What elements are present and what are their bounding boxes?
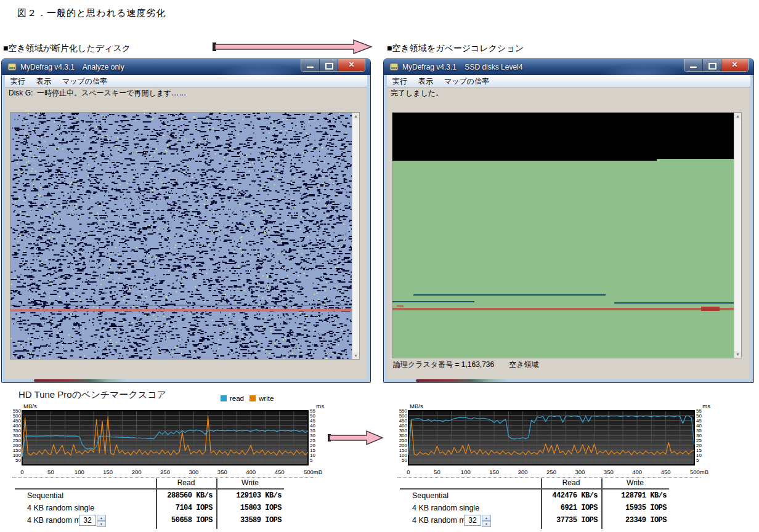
write-value: 128791 KB/s — [603, 491, 667, 500]
svg-text:MB/s: MB/s — [410, 403, 423, 409]
transition-arrow-middle — [327, 429, 385, 447]
queue-depth-spinner: ▲ ▼ — [464, 515, 491, 526]
row-label-sequential: Sequential — [412, 491, 523, 500]
close-icon: ✕ — [338, 60, 365, 69]
maximize-button[interactable] — [703, 59, 721, 71]
menu-item-map-zoom[interactable]: マップの倍率 — [57, 76, 113, 87]
queue-depth-spinner: ▲ ▼ — [79, 515, 106, 526]
disk-map-fragmented — [10, 113, 352, 359]
svg-text:400: 400 — [632, 469, 642, 475]
svg-text:150: 150 — [103, 469, 113, 475]
benchmark-chart-before: 5505004504003503002502001501005055504540… — [10, 403, 327, 478]
app-icon — [389, 62, 399, 71]
legend-label-write: write — [259, 395, 274, 402]
status-text: 完了しました。 — [387, 87, 750, 99]
svg-text:400: 400 — [246, 469, 256, 475]
close-button[interactable]: ✕ — [338, 59, 365, 71]
menu-item-run[interactable]: 実行 — [5, 76, 31, 87]
svg-text:500mB: 500mB — [304, 469, 322, 475]
cluster-status-text: 論理クラスタ番号 = 1,163,736 空き領域 — [393, 360, 538, 370]
map-scrollbar[interactable]: ▲ ▼ — [734, 113, 741, 358]
svg-text:300: 300 — [189, 469, 198, 475]
scroll-down-button[interactable]: ▼ — [734, 351, 741, 358]
menu-item-view[interactable]: 表示 — [31, 76, 57, 87]
spin-up-button[interactable]: ▲ — [97, 515, 106, 521]
menubar: 実行 表示 マップの倍率 — [5, 75, 367, 87]
read-value: 7104 IOPS — [156, 504, 213, 512]
page: 図２．一般的と思われる速度劣化 ■空き領域が断片化したディスク ■空き領域をガベ… — [0, 0, 759, 532]
caption-buttons: ✕ — [301, 59, 365, 72]
write-value: 15935 IOPS — [603, 504, 667, 512]
svg-text:250: 250 — [160, 469, 170, 475]
svg-text:0: 0 — [407, 469, 410, 475]
close-button[interactable]: ✕ — [721, 59, 748, 71]
svg-text:50: 50 — [434, 469, 440, 475]
arrow-body — [330, 431, 383, 445]
svg-text:350: 350 — [217, 469, 227, 475]
maximize-icon — [708, 63, 716, 70]
read-value: 6921 IOPS — [541, 504, 598, 512]
maximize-icon — [325, 63, 333, 70]
write-value: 23349 IOPS — [603, 516, 667, 525]
menubar: 実行 表示 マップの倍率 — [387, 75, 750, 87]
svg-text:450: 450 — [275, 469, 285, 475]
svg-text:50: 50 — [15, 457, 21, 463]
benchmark-table-after: Read Write Sequential 442476 KB/s 128791… — [397, 477, 700, 531]
section-label-left: ■空き領域が断片化したディスク — [3, 43, 131, 54]
minimize-button[interactable] — [684, 59, 703, 71]
border-artifact — [416, 379, 508, 382]
svg-text:50: 50 — [402, 457, 407, 463]
client-area: ▲ ▼ — [5, 99, 367, 379]
col-header-read: Read — [542, 478, 600, 488]
scroll-down-button[interactable]: ▼ — [352, 352, 359, 359]
table-rule — [400, 488, 669, 490]
svg-text:300: 300 — [575, 469, 585, 475]
table-rule — [15, 488, 284, 490]
col-header-read: Read — [157, 478, 215, 488]
queue-depth-input[interactable] — [79, 515, 96, 526]
minimize-icon — [690, 66, 697, 68]
menu-item-map-zoom[interactable]: マップの倍率 — [439, 76, 495, 87]
transition-arrow-top — [212, 38, 373, 55]
read-value: 288560 KB/s — [156, 491, 213, 500]
col-header-write: Write — [217, 478, 283, 488]
benchmark-table-before: Read Write Sequential 288560 KB/s 129103… — [12, 477, 315, 531]
read-value: 442476 KB/s — [541, 491, 598, 500]
svg-text:450: 450 — [661, 469, 671, 475]
map-scrollbar[interactable]: ▲ ▼ — [352, 113, 359, 359]
spin-up-button[interactable]: ▲ — [482, 515, 491, 521]
minimize-icon — [307, 66, 314, 68]
disk-map-container: ▲ ▼ — [392, 112, 742, 358]
svg-text:50: 50 — [47, 469, 54, 475]
row-label-random-single: 4 KB random single — [412, 504, 523, 512]
svg-text:150: 150 — [489, 469, 499, 475]
svg-text:350: 350 — [604, 469, 614, 475]
svg-text:500mB: 500mB — [690, 469, 708, 475]
benchmark-chart-after: 5505004504003503002502001501005055504540… — [396, 403, 713, 478]
svg-text:ms: ms — [702, 403, 710, 409]
svg-text:0: 0 — [20, 469, 23, 475]
read-legend-swatch-icon — [221, 395, 227, 401]
spin-down-button[interactable]: ▼ — [482, 521, 491, 527]
maximize-button[interactable] — [320, 59, 338, 71]
queue-depth-input[interactable] — [464, 515, 481, 526]
titlebar[interactable]: MyDefrag v4.3.1 Analyze only ✕ — [2, 59, 370, 75]
scroll-up-button[interactable]: ▲ — [352, 113, 359, 119]
svg-text:250: 250 — [546, 469, 556, 475]
spin-down-button[interactable]: ▼ — [97, 521, 106, 527]
window-title: MyDefrag v4.3.1 SSD disks Level4 — [402, 59, 522, 75]
minimize-button[interactable] — [301, 59, 320, 71]
read-value: 37735 IOPS — [541, 516, 598, 525]
menu-item-view[interactable]: 表示 — [413, 76, 439, 87]
menu-item-run[interactable]: 実行 — [387, 76, 413, 87]
close-icon: ✕ — [721, 60, 748, 69]
write-value: 33589 IOPS — [217, 516, 282, 525]
svg-text:100: 100 — [461, 469, 471, 475]
titlebar[interactable]: MyDefrag v4.3.1 SSD disks Level4 ✕ — [384, 59, 753, 75]
mydefrag-window-left: MyDefrag v4.3.1 Analyze only ✕ 実行 表示 マップ… — [1, 58, 371, 383]
scroll-up-button[interactable]: ▲ — [734, 113, 741, 119]
arrow-body — [215, 40, 371, 54]
col-header-write: Write — [603, 478, 668, 488]
legend-label-read: read — [230, 395, 244, 402]
row-label-random-single: 4 KB random single — [27, 504, 138, 512]
